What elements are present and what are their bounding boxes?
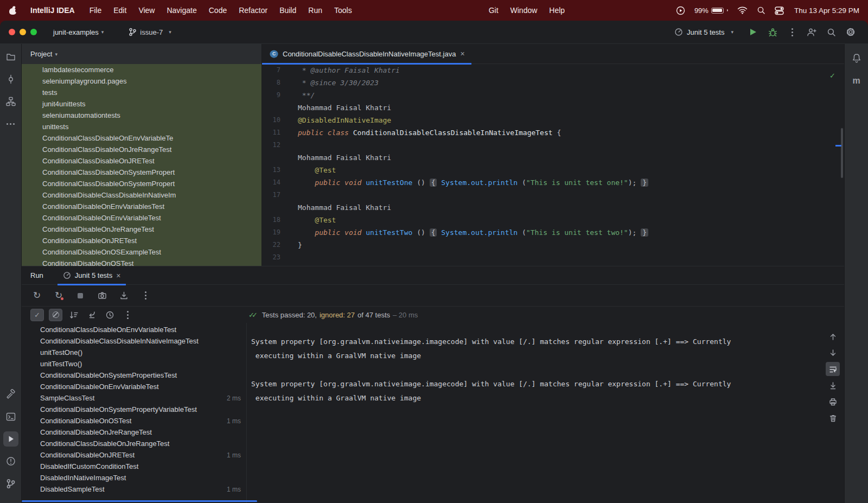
code-line[interactable]: 9 › **/ bbox=[262, 89, 844, 101]
zoom-window-button[interactable] bbox=[30, 29, 37, 35]
project-tree-row[interactable]: C ConditionalDisableClassDisableInNative… bbox=[22, 189, 261, 201]
version-control-tool-icon[interactable] bbox=[3, 476, 18, 491]
code-line[interactable]: › Mohammad Faisal Khatri bbox=[262, 101, 844, 114]
project-tree-row[interactable]: C ConditionalDisableOnOSExampleTest bbox=[22, 246, 261, 258]
run-button[interactable] bbox=[745, 24, 761, 40]
project-panel-header[interactable]: Project▾ bbox=[22, 44, 261, 64]
test-tree-row[interactable]: ConditionalDisableOnJRETest 1 ms bbox=[22, 449, 246, 461]
project-tree-row[interactable]: C ConditionalDisableOnJreRangeTest bbox=[22, 224, 261, 235]
apple-menu-icon[interactable] bbox=[9, 6, 17, 15]
test-tree-row[interactable]: ConditionalDisableOnSystemPropertyVariab… bbox=[22, 404, 246, 415]
menu-item[interactable]: Code bbox=[203, 6, 233, 15]
battery-indicator[interactable]: 99% bbox=[694, 7, 728, 15]
project-tree-row[interactable]: C seleniumplayground.pages bbox=[22, 75, 261, 87]
code-line[interactable]: 13 › @Test bbox=[262, 164, 844, 176]
editor-scrollbar-thumb[interactable] bbox=[841, 128, 843, 178]
project-widget[interactable]: junit-examples▾ bbox=[53, 28, 104, 36]
project-tree-row[interactable]: C ConditionalClassDisableOnSystemPropert bbox=[22, 178, 261, 189]
stop-process-icon[interactable] bbox=[74, 289, 87, 302]
project-tree-row[interactable]: C ConditionalClassDisableOnJreRangeTest bbox=[22, 144, 261, 155]
tree-more-options-icon[interactable] bbox=[121, 308, 134, 321]
control-center-icon[interactable] bbox=[775, 6, 784, 15]
test-tree-row[interactable]: ConditionalDisableOnEnvVariableTest bbox=[22, 381, 246, 392]
inspections-status-icon[interactable]: ✓ bbox=[829, 69, 835, 82]
test-tree-row[interactable]: ConditionalDisableClassDisableInNativeIm… bbox=[22, 335, 246, 347]
build-tool-icon[interactable] bbox=[3, 387, 18, 402]
project-tree-row[interactable]: C ConditionalClassDisableOnEnvVariableTe bbox=[22, 132, 261, 144]
show-ignored-toggle[interactable] bbox=[49, 309, 62, 321]
project-tree-row[interactable]: C ConditionalDisableOnJRETest bbox=[22, 235, 261, 246]
test-history-clock-icon[interactable] bbox=[103, 308, 116, 321]
vcs-branch-widget[interactable]: issue-7▾ bbox=[129, 28, 171, 36]
run-configuration-selector[interactable]: Junit 5 tests▾ bbox=[674, 28, 733, 36]
test-tree-row[interactable]: DisabledIfCustomConditionTest bbox=[22, 461, 246, 472]
menu-item[interactable]: Git bbox=[483, 6, 505, 15]
close-tab-icon[interactable]: × bbox=[460, 49, 464, 58]
project-tree-row[interactable]: C ConditionalClassDisableOnSystemPropert bbox=[22, 167, 261, 178]
code-line[interactable]: › Mohammad Faisal Khatri bbox=[262, 151, 844, 164]
screen-record-icon[interactable] bbox=[676, 6, 685, 15]
test-output-console[interactable]: System property [org.graalvm.nativeimage… bbox=[247, 323, 821, 503]
clear-all-icon[interactable] bbox=[826, 411, 840, 425]
project-tree-row[interactable]: C ConditionalClassDisableOnJRETest bbox=[22, 155, 261, 167]
menu-item[interactable]: Run bbox=[302, 6, 328, 15]
run-tab[interactable]: Junit 5 tests × bbox=[58, 266, 126, 285]
menu-item[interactable]: Tools bbox=[328, 6, 358, 15]
problems-tool-icon[interactable] bbox=[3, 454, 18, 469]
close-run-tab-icon[interactable]: × bbox=[116, 271, 120, 280]
menu-item[interactable]: Help bbox=[543, 6, 571, 15]
test-tree-row[interactable]: ConditionalClassDisableOnJreRangeTest bbox=[22, 438, 246, 449]
project-tree-row[interactable]: C unittests bbox=[22, 121, 261, 132]
menu-item[interactable]: Edit bbox=[107, 6, 132, 15]
project-tool-icon[interactable] bbox=[3, 49, 18, 65]
search-everywhere-button[interactable] bbox=[824, 24, 839, 40]
run-more-options-icon[interactable] bbox=[139, 289, 152, 302]
menu-item[interactable]: Navigate bbox=[161, 6, 202, 15]
menu-app-name[interactable]: IntelliJ IDEA bbox=[26, 6, 79, 15]
wifi-icon[interactable] bbox=[737, 7, 748, 14]
commit-tool-icon[interactable] bbox=[3, 72, 18, 87]
code-line[interactable]: 23 › bbox=[262, 251, 844, 264]
test-tree-row[interactable]: ConditionalClassDisableOnEnvVariableTest bbox=[22, 324, 246, 335]
sort-by-duration-icon[interactable] bbox=[85, 308, 98, 321]
menu-item[interactable]: Window bbox=[505, 6, 544, 15]
minimize-window-button[interactable] bbox=[20, 29, 26, 35]
code-line[interactable]: 18 › @Test bbox=[262, 214, 844, 226]
spotlight-search-icon[interactable] bbox=[757, 6, 765, 15]
terminal-tool-icon[interactable] bbox=[3, 409, 18, 424]
sort-alphabetically-icon[interactable] bbox=[67, 308, 80, 321]
menu-item[interactable]: View bbox=[132, 6, 161, 15]
next-occurrence-icon[interactable] bbox=[826, 346, 840, 360]
structure-tool-icon[interactable] bbox=[3, 94, 18, 109]
test-tree-row[interactable]: unitTestTwo() bbox=[22, 358, 246, 370]
code-line[interactable]: › Mohammad Faisal Khatri bbox=[262, 201, 844, 214]
code-line[interactable]: 7 › * @author Faisal Khatri bbox=[262, 64, 844, 77]
menu-item[interactable]: File bbox=[84, 6, 108, 15]
project-tree-row[interactable]: C ConditionalDisableOnEnvVariablesTest bbox=[22, 201, 261, 212]
code-with-me-button[interactable] bbox=[804, 24, 819, 40]
project-tree-row[interactable]: C ConditionalDisableOnEnvVariableTest bbox=[22, 212, 261, 224]
code-line[interactable]: 11 › public class ConditionalDisableClas… bbox=[262, 126, 844, 139]
code-line[interactable]: 14 › public void unitTestOne () { System… bbox=[262, 176, 844, 189]
editor-tab[interactable]: C ConditionalDisableClassDisableInNative… bbox=[262, 44, 471, 64]
test-tree-row[interactable]: ConditionalDisableOnSystemPropertiesTest bbox=[22, 370, 246, 381]
code-editor[interactable]: 7 › * @author Faisal Khatri 8 › bbox=[262, 64, 844, 266]
test-tree-row[interactable]: unitTestOne() bbox=[22, 347, 246, 358]
tree-horizontal-scrollbar[interactable] bbox=[22, 500, 257, 502]
test-snapshot-icon[interactable] bbox=[95, 289, 108, 302]
notifications-bell-icon[interactable] bbox=[849, 50, 864, 66]
code-line[interactable]: 19 › public void unitTestTwo () { System… bbox=[262, 226, 844, 239]
close-window-button[interactable] bbox=[9, 29, 15, 35]
test-tree-row[interactable]: DisabledSampleTest 1 ms bbox=[22, 483, 246, 495]
more-tool-windows-icon[interactable] bbox=[3, 116, 18, 131]
code-line[interactable]: 12 › bbox=[262, 139, 844, 151]
run-tool-icon[interactable] bbox=[3, 431, 18, 447]
code-line[interactable]: 10 › @DisabledInNativeImage bbox=[262, 114, 844, 126]
menu-clock[interactable]: Thu 13 Apr 5:29 PM bbox=[794, 7, 859, 15]
test-tree-row[interactable]: DisabledInNativeImageTest bbox=[22, 472, 246, 483]
project-tree-row[interactable]: C ConditionalDisableOnOSTest bbox=[22, 258, 261, 266]
test-tree-row[interactable]: ConditionalDisableOnJreRangeTest bbox=[22, 426, 246, 438]
soft-wrap-icon[interactable] bbox=[826, 362, 840, 376]
project-tree-row[interactable]: C tests bbox=[22, 87, 261, 98]
settings-gear-icon[interactable] bbox=[843, 24, 858, 40]
